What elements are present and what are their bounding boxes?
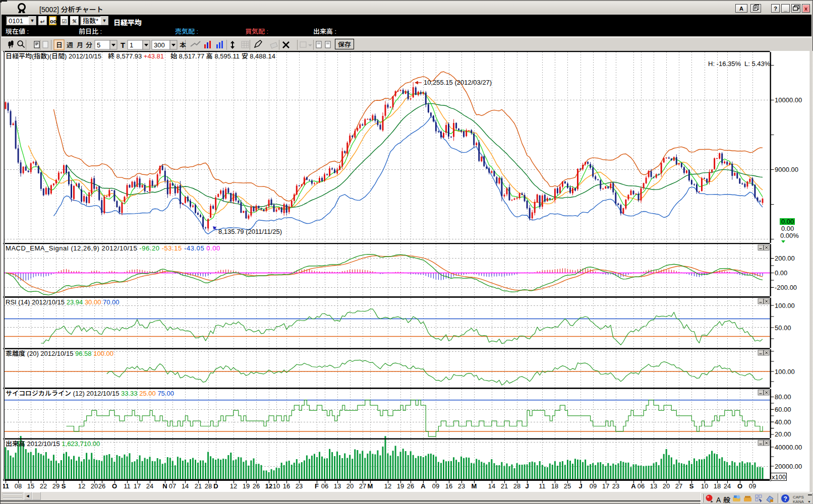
- svg-text:T: T: [121, 39, 125, 50]
- svg-text:5: 5: [97, 40, 100, 49]
- svg-text:12: 12: [78, 481, 85, 490]
- svg-text:14: 14: [488, 481, 495, 490]
- svg-text:100.00: 100.00: [775, 366, 795, 376]
- svg-text:19: 19: [243, 481, 250, 490]
- svg-text:月: 月: [77, 40, 83, 49]
- svg-text:17: 17: [134, 481, 141, 490]
- svg-text:24: 24: [146, 481, 153, 490]
- svg-text:17: 17: [602, 481, 609, 490]
- svg-text:23: 23: [458, 481, 465, 490]
- svg-text:A: A: [631, 481, 636, 490]
- svg-text:29: 29: [52, 481, 60, 490]
- svg-text:26: 26: [407, 481, 414, 490]
- svg-text:A: A: [421, 481, 426, 490]
- svg-text:15: 15: [27, 481, 34, 490]
- svg-text:11: 11: [3, 481, 9, 490]
- svg-text:18: 18: [551, 481, 558, 490]
- svg-text:23: 23: [612, 481, 619, 490]
- svg-text:10000.00: 10000.00: [775, 95, 802, 104]
- svg-text:16: 16: [445, 481, 452, 490]
- svg-text:06: 06: [321, 481, 328, 490]
- svg-text:50.00: 50.00: [775, 323, 791, 332]
- svg-text:出来高 2012/10/15 1,623,710.00: 出来高 2012/10/15 1,623,710.00: [6, 438, 100, 448]
- svg-text:M: M: [368, 481, 373, 490]
- svg-text:10,255.15 (2012/03/27): 10,255.15 (2012/03/27): [424, 77, 492, 87]
- svg-text:本: 本: [180, 40, 186, 49]
- svg-text:26: 26: [98, 481, 105, 490]
- svg-text:日経平均(指数)(日間) 2012/10/15 終 8,57: 日経平均(指数)(日間) 2012/10/15 終 8,577.93 +43.8…: [6, 51, 275, 60]
- svg-text:07: 07: [169, 481, 176, 490]
- svg-text:28: 28: [513, 481, 520, 490]
- svg-text:M: M: [472, 481, 477, 490]
- svg-text:24: 24: [724, 481, 731, 490]
- svg-text:乖離度 (20) 2012/10/15 96.58 100.: 乖離度 (20) 2012/10/15 96.58 100.00: [6, 348, 113, 358]
- svg-text:MACD_EMA_Signal (12,26,9) 2012: MACD_EMA_Signal (12,26,9) 2012/10/15 -96…: [6, 243, 220, 253]
- svg-text:F: F: [315, 481, 319, 490]
- svg-text:13: 13: [650, 481, 657, 490]
- svg-text:J: J: [578, 481, 582, 490]
- svg-text:60.00: 60.00: [775, 404, 791, 414]
- svg-text:RSI (14) 2012/10/15 23.94 30.0: RSI (14) 2012/10/15 23.94 30.00 70.00: [6, 297, 120, 306]
- svg-text:J: J: [525, 481, 529, 490]
- svg-text:06: 06: [637, 481, 645, 490]
- svg-text:S: S: [689, 481, 694, 490]
- svg-text:40000.00: 40000.00: [775, 442, 802, 452]
- svg-text:20: 20: [663, 481, 670, 490]
- svg-text:21: 21: [195, 481, 202, 490]
- svg-text:28: 28: [205, 481, 212, 490]
- svg-text:日: 日: [56, 40, 63, 49]
- svg-text:1: 1: [130, 40, 133, 49]
- svg-text:80.00: 80.00: [775, 392, 791, 401]
- svg-text:x100: x100: [772, 472, 786, 481]
- svg-text:300: 300: [154, 40, 165, 49]
- svg-text:18: 18: [714, 481, 721, 490]
- svg-text:0.00%: 0.00%: [780, 230, 799, 240]
- svg-text:9000.00: 9000.00: [775, 164, 798, 174]
- svg-text:N: N: [162, 481, 167, 490]
- svg-text:13: 13: [334, 481, 341, 490]
- svg-text:20000.00: 20000.00: [775, 461, 802, 471]
- svg-text:09: 09: [749, 481, 756, 490]
- svg-text:L: 5.43%: L: 5.43%: [744, 58, 771, 68]
- svg-text:0.00: 0.00: [775, 268, 787, 277]
- svg-text:?: ?: [784, 494, 787, 502]
- svg-text:週: 週: [67, 40, 73, 49]
- svg-text:25: 25: [564, 481, 571, 490]
- svg-text:D: D: [213, 481, 218, 490]
- svg-text:21: 21: [501, 481, 508, 490]
- svg-text:26: 26: [253, 481, 260, 490]
- svg-text:12: 12: [230, 481, 237, 490]
- svg-text:14: 14: [182, 481, 189, 490]
- svg-text:8,135.79 (2011/11/25): 8,135.79 (2011/11/25): [218, 226, 282, 236]
- svg-text:H: -16.35%: H: -16.35%: [708, 58, 741, 68]
- svg-text:10: 10: [701, 481, 708, 490]
- svg-text:19: 19: [397, 481, 404, 490]
- svg-text:16: 16: [283, 481, 290, 490]
- svg-text:サイコロジカルライン (12) 2012/10/15 33.: サイコロジカルライン (12) 2012/10/15 33.33 25.00 7…: [6, 388, 174, 398]
- svg-text:11: 11: [124, 481, 131, 490]
- svg-text:12: 12: [384, 481, 391, 490]
- svg-text:20: 20: [346, 481, 354, 490]
- svg-text:09: 09: [432, 481, 439, 490]
- svg-text:23: 23: [296, 481, 303, 490]
- svg-text:分: 分: [86, 40, 92, 49]
- svg-text:O: O: [112, 481, 117, 490]
- svg-text:12: 12: [265, 481, 272, 490]
- svg-text:09: 09: [590, 481, 597, 490]
- svg-text:08: 08: [15, 481, 22, 490]
- svg-text:20.00: 20.00: [775, 429, 791, 438]
- svg-text:100.00: 100.00: [775, 300, 795, 310]
- svg-text:27: 27: [675, 481, 682, 490]
- svg-text:11: 11: [539, 481, 546, 490]
- svg-text:O: O: [737, 481, 742, 490]
- svg-text:10: 10: [273, 481, 280, 490]
- svg-text:200.00: 200.00: [775, 253, 795, 263]
- svg-text:S: S: [62, 481, 66, 490]
- svg-text:27: 27: [359, 481, 366, 490]
- svg-text:20: 20: [91, 481, 98, 490]
- svg-text:-200.00: -200.00: [775, 282, 797, 292]
- svg-text:40.00: 40.00: [775, 417, 791, 426]
- svg-text:22: 22: [40, 481, 47, 490]
